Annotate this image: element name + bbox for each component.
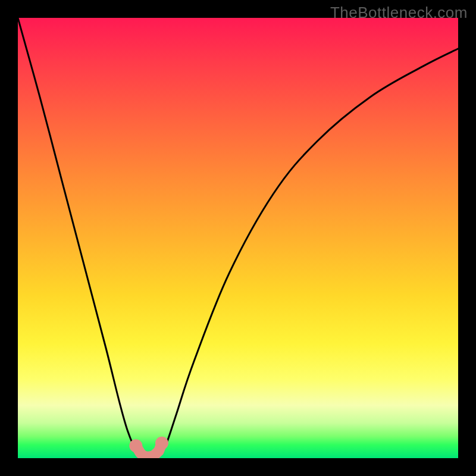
recommended-range-markers [129, 437, 168, 457]
chart-frame: TheBottleneck.com [0, 0, 476, 476]
plot-area [18, 18, 458, 458]
curve-layer [18, 18, 458, 458]
recommended-range-endpoint [129, 439, 142, 452]
watermark-text: TheBottleneck.com [330, 4, 468, 22]
recommended-range-endpoint [155, 437, 168, 450]
bottleneck-curve-path [18, 18, 458, 458]
bottleneck-curve [18, 18, 458, 458]
